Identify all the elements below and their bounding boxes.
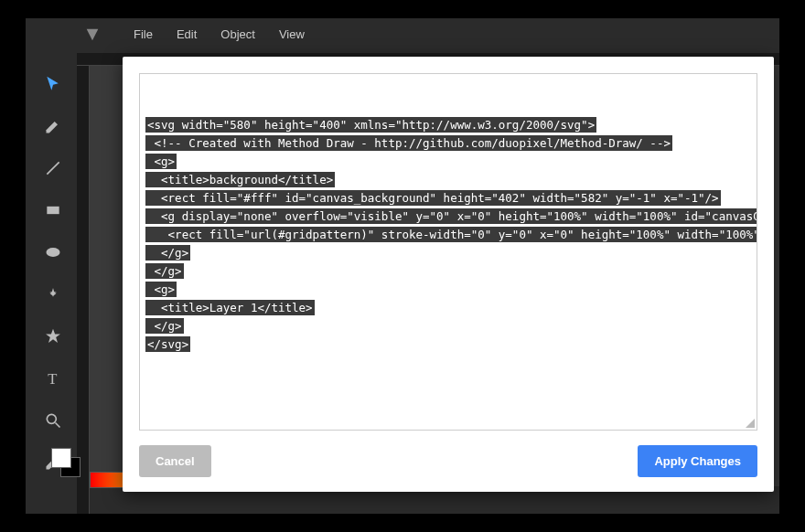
svg-rect-2 [47,207,59,214]
svg-text:T: T [48,370,57,388]
source-line: <title>Layer 1</title> [145,299,751,317]
source-line: <svg width="580" height="400" xmlns="htt… [145,116,751,134]
source-line: <g> [145,281,751,299]
app-logo-icon [84,27,101,43]
toolbar: T [35,64,71,475]
zoom-tool[interactable] [40,408,66,433]
dialog-actions: Cancel Apply Changes [139,445,757,477]
source-line: <g display="none" overflow="visible" y="… [145,207,751,226]
source-line: <rect fill="#fff" id="canvas_background"… [145,189,751,207]
svg-marker-0 [87,28,99,40]
svg-point-3 [47,248,60,257]
source-line: </svg> [145,335,751,354]
ruler-vertical [77,66,90,514]
rect-tool[interactable] [40,197,66,223]
source-line: </g> [145,262,751,281]
svg-line-1 [47,162,59,174]
line-tool[interactable] [40,155,66,181]
menu-view[interactable]: View [279,27,305,41]
menu-edit[interactable]: Edit [177,27,197,41]
resize-handle-icon[interactable] [746,419,755,428]
ellipse-tool[interactable] [40,239,66,265]
source-line: </g> [145,244,751,262]
menu-file[interactable]: File [134,27,153,41]
select-tool[interactable] [40,71,66,97]
fill-color-swatch[interactable] [51,448,71,468]
menu-bar: File Edit Object View [26,18,779,50]
source-line: <rect fill="url(#gridpattern)" stroke-wi… [145,226,751,244]
source-line: </g> [145,317,751,335]
apply-changes-button[interactable]: Apply Changes [638,445,757,477]
color-swatches[interactable] [51,448,80,477]
source-line: <title>background</title> [145,171,751,189]
source-line: <!-- Created with Method Draw - http://g… [145,134,751,153]
svg-point-5 [47,414,56,423]
cancel-button[interactable]: Cancel [139,445,211,477]
pencil-tool[interactable] [40,113,66,139]
source-editor-dialog: <svg width="580" height="400" xmlns="htt… [123,57,774,492]
source-line: <g> [145,153,751,171]
svg-source-textarea[interactable]: <svg width="580" height="400" xmlns="htt… [139,73,757,431]
star-tool[interactable] [40,324,66,349]
svg-line-6 [56,423,60,428]
menu-object[interactable]: Object [220,27,255,41]
text-tool[interactable]: T [40,366,66,391]
path-tool[interactable] [40,282,66,307]
